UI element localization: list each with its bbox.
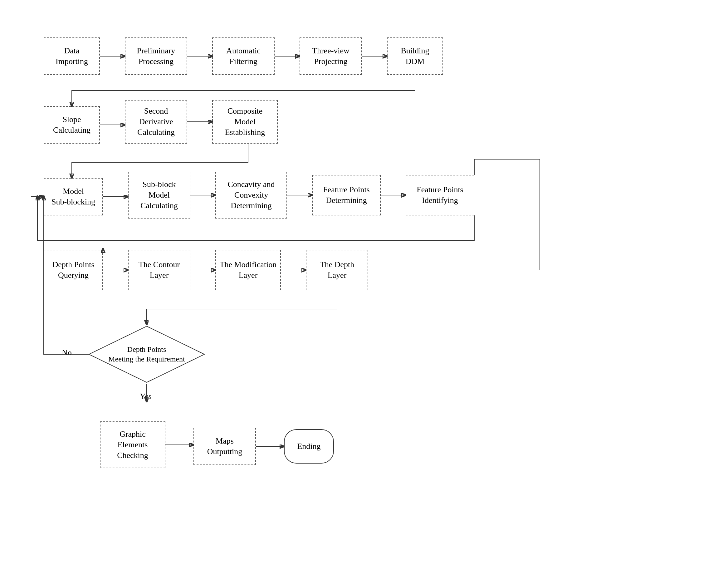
composite-model-box: CompositeModelEstablishing [212,100,278,144]
model-subblocking-label: ModelSub-blocking [51,186,95,207]
modification-layer-box: The ModificationLayer [215,250,281,290]
feature-points-identifying-box: Feature PointsIdentifying [406,175,474,215]
depth-points-querying-box: Depth PointsQuerying [44,250,103,290]
contour-layer-label: The ContourLayer [139,260,180,281]
depth-layer-label: The DepthLayer [320,260,354,281]
yes-label: Yes [140,392,152,401]
composite-model-label: CompositeModelEstablishing [225,106,265,137]
model-subblocking-box: ModelSub-blocking [44,178,103,215]
automatic-filtering-box: AutomaticFiltering [212,37,275,75]
contour-layer-box: The ContourLayer [128,250,190,290]
subblock-model-label: Sub-blockModelCalculating [140,179,178,211]
diagram-container: DataImporting PreliminaryProcessing Auto… [25,19,712,556]
diamond-label: Depth PointsMeeting the Requirement [88,325,206,384]
data-importing-label: DataImporting [56,45,88,67]
building-ddm-box: BuildingDDM [387,37,443,75]
three-view-label: Three-viewProjecting [312,45,349,67]
feature-points-identifying-label: Feature PointsIdentifying [417,184,463,206]
depth-layer-box: The DepthLayer [306,250,368,290]
diamond-wrapper: Depth PointsMeeting the Requirement [88,325,206,384]
graphic-elements-box: GraphicElementsChecking [100,421,165,468]
subblock-model-box: Sub-blockModelCalculating [128,172,190,218]
maps-outputting-label: MapsOutputting [207,436,242,457]
three-view-box: Three-viewProjecting [300,37,362,75]
maps-outputting-box: MapsOutputting [194,428,256,465]
second-derivative-label: SecondDerivativeCalculating [137,106,175,137]
building-ddm-label: BuildingDDM [401,45,429,67]
preliminary-processing-box: PreliminaryProcessing [125,37,187,75]
data-importing-box: DataImporting [44,37,100,75]
slope-calculating-label: SlopeCalculating [53,114,91,135]
feature-points-determining-label: Feature PointsDetermining [323,184,370,206]
ending-box: Ending [284,429,334,464]
graphic-elements-label: GraphicElementsChecking [117,429,148,461]
depth-points-querying-label: Depth PointsQuerying [52,260,94,281]
modification-layer-label: The ModificationLayer [220,260,277,281]
second-derivative-box: SecondDerivativeCalculating [125,100,187,144]
automatic-filtering-label: AutomaticFiltering [226,45,261,67]
feature-points-determining-box: Feature PointsDetermining [312,175,381,215]
preliminary-processing-label: PreliminaryProcessing [137,45,175,67]
no-label: No [62,348,72,358]
concavity-box: Concavity andConvexityDetermining [215,172,287,218]
slope-calculating-box: SlopeCalculating [44,106,100,144]
ending-label: Ending [297,441,320,452]
concavity-label: Concavity andConvexityDetermining [228,179,275,211]
